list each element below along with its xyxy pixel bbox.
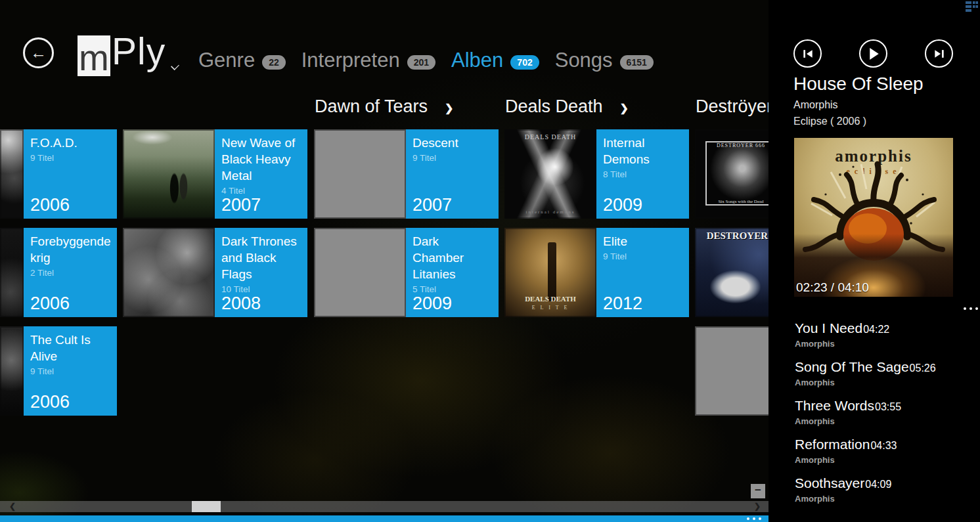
track-artist: Amorphis [795, 494, 972, 504]
now-playing-album-art[interactable]: amorphis eclipse [794, 138, 953, 297]
cover-text: Six Songs with the Dead [695, 199, 769, 204]
scrollbar-thumb[interactable] [192, 501, 221, 512]
scroll-right-icon[interactable]: ❯ [754, 502, 761, 511]
app-bar-hint[interactable] [0, 515, 769, 522]
cover-text: DEALS DEATH [504, 133, 596, 141]
track-artist: Amorphis [795, 339, 972, 349]
artist-header-deals-death[interactable]: Deals Death ❯ [505, 97, 629, 117]
chevron-down-icon[interactable] [171, 62, 179, 70]
album-year: 2009 [412, 294, 452, 314]
album-info-panel: New Wave of Black Heavy Metal 4 Titel 20… [215, 129, 307, 219]
album-info-panel: Forebyggende krig 2 Titel 2006 [24, 228, 117, 317]
track-artist: Amorphis [795, 378, 972, 387]
tab-label: Genre [198, 49, 255, 72]
album-year: 2008 [221, 294, 261, 314]
tab-label: Interpreten [301, 49, 400, 72]
artist-name: Deals Death [505, 97, 603, 117]
album-art-placeholder [695, 326, 769, 416]
album-tile-elite[interactable]: DEALS DEATH E L I T E Elite 9 Titel 2012 [504, 228, 689, 317]
album-tile-forebyggende-krig[interactable]: Forebyggende krig 2 Titel 2006 [0, 228, 117, 317]
album-tile-cult-is-alive[interactable]: The Cult Is Alive 9 Titel 2006 [0, 326, 117, 416]
album-art [0, 326, 24, 416]
track-item[interactable]: Song Of The Sage05:26 Amorphis [795, 359, 972, 387]
grid-view-icon[interactable] [966, 1, 978, 12]
chevron-right-icon: ❯ [620, 102, 629, 114]
track-title: Soothsayer [795, 475, 864, 490]
track-duration: 04:22 [863, 324, 889, 335]
album-info-panel: Dark Thrones and Black Flags 10 Titel 20… [215, 228, 307, 317]
more-options-ellipsis[interactable] [964, 307, 978, 310]
tab-label: Songs [555, 49, 613, 72]
skip-previous-icon [801, 49, 814, 59]
artist-header-dawn-of-tears[interactable]: Dawn of Tears ❯ [315, 97, 454, 117]
app-logo-title: Ply [112, 31, 166, 72]
album-tile-dark-thrones[interactable]: Dark Thrones and Black Flags 10 Titel 20… [123, 228, 307, 317]
track-title: Three Words [795, 398, 874, 413]
track-duration: 04:09 [865, 479, 891, 490]
album-art: DEALS DEATH internal demons [504, 129, 596, 219]
minus-icon: − [755, 484, 761, 496]
album-year: 2006 [30, 195, 70, 215]
tab-alben[interactable]: Alben 702 [451, 49, 539, 72]
album-track-count: 9 Titel [24, 151, 117, 163]
album-tile-destroyer-3[interactable] [695, 326, 769, 416]
album-tile-foad[interactable]: F.O.A.D. 9 Titel 2006 [0, 129, 117, 219]
album-info-panel: Elite 9 Titel 2012 [596, 228, 689, 317]
playback-time: 02:23 / 04:10 [796, 280, 869, 295]
track-duration: 04:33 [870, 440, 897, 451]
app-logo-initial: m [78, 35, 110, 76]
now-playing-album: Eclipse ( 2006 ) [793, 116, 866, 127]
album-art: DEALS DEATH E L I T E [504, 228, 596, 317]
album-track-count: 5 Titel [406, 282, 499, 294]
track-duration: 05:26 [910, 362, 936, 374]
artist-header-destroyer[interactable]: Deströyer [696, 97, 769, 117]
track-item[interactable]: Soothsayer04:09 Amorphis [795, 475, 972, 504]
track-artist: Amorphis [795, 455, 972, 465]
track-item[interactable]: Three Words03:55 Amorphis [795, 398, 972, 426]
cover-graphic [548, 242, 556, 301]
semantic-zoom-out-button[interactable]: − [751, 484, 765, 498]
album-year: 2007 [221, 195, 261, 215]
album-title: Descent [406, 129, 499, 151]
cover-text: E L I T E [504, 305, 596, 311]
album-tile-internal-demons[interactable]: DEALS DEATH internal demons Internal Dem… [504, 129, 689, 219]
album-info-panel: The Cult Is Alive 9 Titel 2006 [24, 326, 117, 416]
track-item[interactable]: You I Need04:22 Amorphis [795, 320, 972, 349]
count-badge: 702 [510, 55, 539, 70]
track-item[interactable]: Reformation04:33 Amorphis [795, 437, 972, 465]
previous-track-button[interactable] [793, 39, 822, 68]
cover-text: DESTROYER 666 [695, 142, 769, 148]
album-year: 2006 [30, 294, 70, 314]
album-title: Forebyggende krig [24, 228, 117, 266]
back-arrow-icon: ← [30, 43, 47, 62]
count-badge: 22 [262, 55, 286, 70]
scroll-left-icon[interactable]: ❮ [9, 502, 16, 511]
album-tile-dark-chamber-litanies[interactable]: Dark Chamber Litanies 5 Titel 2009 [314, 228, 499, 317]
album-title: The Cult Is Alive [24, 326, 117, 364]
track-artist: Amorphis [795, 416, 972, 426]
album-tile-descent[interactable]: Descent 9 Titel 2007 [314, 129, 499, 219]
album-tile-destroyer-1[interactable]: DESTROYER 666 Six Songs with the Dead [695, 129, 769, 219]
artist-name: Dawn of Tears [315, 97, 428, 117]
back-button[interactable]: ← [23, 37, 54, 68]
tab-interpreten[interactable]: Interpreten 201 [301, 49, 435, 72]
album-track-count: 9 Titel [406, 151, 499, 163]
album-art [0, 129, 24, 219]
app-bar-ellipsis[interactable] [747, 517, 761, 520]
cover-text: internal demons [504, 209, 596, 215]
album-tile-destroyer-2[interactable]: DESTROYER 6 [695, 228, 769, 317]
next-track-button[interactable] [925, 39, 953, 68]
count-badge: 201 [407, 55, 435, 70]
album-library-view: ← m Ply Genre 22 Interpreten 201 Alben 7… [0, 0, 769, 522]
album-track-count: 9 Titel [24, 364, 117, 376]
tab-genre[interactable]: Genre 22 [198, 49, 286, 72]
tab-songs[interactable]: Songs 6151 [555, 49, 654, 72]
cover-text: DEALS DEATH [504, 295, 596, 303]
album-art [123, 129, 215, 219]
album-info-panel: Dark Chamber Litanies 5 Titel 2009 [406, 228, 499, 317]
play-button[interactable] [859, 39, 887, 68]
album-tile-new-wave[interactable]: New Wave of Black Heavy Metal 4 Titel 20… [123, 129, 307, 219]
now-playing-title: House Of Sleep [793, 74, 924, 95]
track-title: Reformation [795, 437, 870, 452]
horizontal-scrollbar[interactable]: ❮ ❯ [0, 501, 769, 512]
